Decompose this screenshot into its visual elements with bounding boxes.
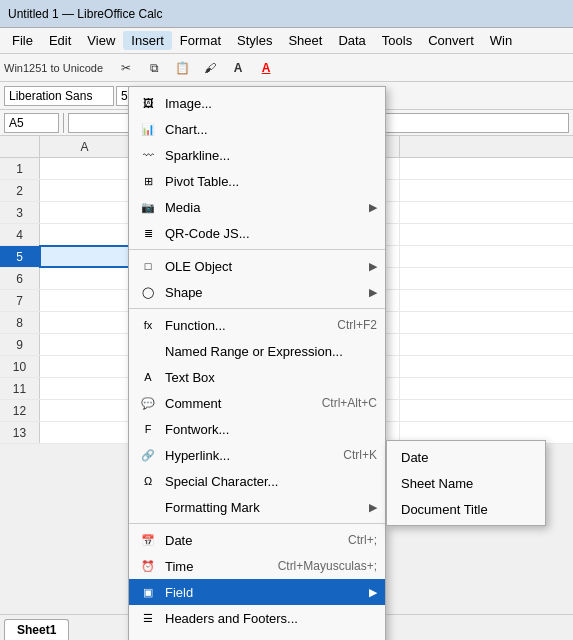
toolbar-bold[interactable]: A xyxy=(225,56,251,80)
row-number-10: 10 xyxy=(0,356,40,377)
toolbar-paint[interactable]: 🖌 xyxy=(197,56,223,80)
menu-item-special-char[interactable]: ΩSpecial Character... xyxy=(129,468,385,494)
function-icon: fx xyxy=(137,316,159,334)
row-number-6: 6 xyxy=(0,268,40,289)
menu-win[interactable]: Win xyxy=(482,31,520,50)
menu-item-media[interactable]: 📷Media▶ xyxy=(129,194,385,220)
menu-edit[interactable]: Edit xyxy=(41,31,79,50)
menu-item-headers[interactable]: ☰Headers and Footers... xyxy=(129,605,385,631)
menu-styles[interactable]: Styles xyxy=(229,31,280,50)
menu-item-label-formatting-mark: Formatting Mark xyxy=(165,500,369,515)
sheet-tab-1[interactable]: Sheet1 xyxy=(4,619,69,640)
menu-item-chart[interactable]: 📊Chart... xyxy=(129,116,385,142)
menu-item-qrcode[interactable]: ≣QR-Code JS... xyxy=(129,220,385,246)
cell-7-1[interactable] xyxy=(40,290,130,311)
row-number-4: 4 xyxy=(0,224,40,245)
menu-item-time[interactable]: ⏰TimeCtrl+Mayusculas+; xyxy=(129,553,385,579)
menu-item-ole[interactable]: □OLE Object▶ xyxy=(129,253,385,279)
cell-13-1[interactable] xyxy=(40,422,130,443)
comment-icon: 💬 xyxy=(137,394,159,412)
cell-10-1[interactable] xyxy=(40,356,130,377)
toolbar-paste[interactable]: 📋 xyxy=(169,56,195,80)
menu-tools[interactable]: Tools xyxy=(374,31,420,50)
cell-8-1[interactable] xyxy=(40,312,130,333)
chart-icon: 📊 xyxy=(137,120,159,138)
menu-convert[interactable]: Convert xyxy=(420,31,482,50)
col-header-a[interactable]: A xyxy=(40,136,130,157)
menu-view[interactable]: View xyxy=(79,31,123,50)
cell-1-1[interactable] xyxy=(40,158,130,179)
menu-item-label-form-control: Form Control xyxy=(165,637,369,641)
menu-item-sparkline[interactable]: 〰Sparkline... xyxy=(129,142,385,168)
time-icon: ⏰ xyxy=(137,557,159,575)
media-icon: 📷 xyxy=(137,198,159,216)
toolbar-cut[interactable]: ✂ xyxy=(113,56,139,80)
menu-item-textbox[interactable]: AText Box xyxy=(129,364,385,390)
menu-data[interactable]: Data xyxy=(330,31,373,50)
menu-item-function[interactable]: fxFunction...Ctrl+F2 xyxy=(129,312,385,338)
cell-2-1[interactable] xyxy=(40,180,130,201)
cell-4-1[interactable] xyxy=(40,224,130,245)
menu-file[interactable]: File xyxy=(4,31,41,50)
menu-separator xyxy=(129,308,385,309)
shape-icon: ◯ xyxy=(137,283,159,301)
menu-bar: File Edit View Insert Format Styles Shee… xyxy=(0,28,573,54)
menu-item-date[interactable]: 📅DateCtrl+; xyxy=(129,527,385,553)
menu-item-label-ole: OLE Object xyxy=(165,259,369,274)
submenu-item-field-date[interactable]: Date xyxy=(387,444,545,470)
submenu-arrow-ole: ▶ xyxy=(369,260,377,273)
menu-separator xyxy=(129,523,385,524)
menu-shortcut-function: Ctrl+F2 xyxy=(337,318,377,332)
toolbar-font-color[interactable]: A xyxy=(253,56,279,80)
row-number-5: 5 xyxy=(0,246,40,267)
cell-reference[interactable]: A5 xyxy=(4,113,59,133)
submenu-item-field-sheet-name[interactable]: Sheet Name xyxy=(387,470,545,496)
menu-sheet[interactable]: Sheet xyxy=(280,31,330,50)
menu-item-image[interactable]: 🖼Image... xyxy=(129,90,385,116)
menu-item-label-date: Date xyxy=(165,533,340,548)
menu-item-shape[interactable]: ◯Shape▶ xyxy=(129,279,385,305)
submenu-arrow-formatting-mark: ▶ xyxy=(369,501,377,514)
special-char-icon: Ω xyxy=(137,472,159,490)
menu-insert[interactable]: Insert xyxy=(123,31,172,50)
menu-item-hyperlink[interactable]: 🔗Hyperlink...Ctrl+K xyxy=(129,442,385,468)
named-range-icon xyxy=(137,342,159,360)
submenu-arrow-shape: ▶ xyxy=(369,286,377,299)
submenu-arrow-media: ▶ xyxy=(369,201,377,214)
menu-item-label-time: Time xyxy=(165,559,270,574)
headers-icon: ☰ xyxy=(137,609,159,627)
menu-item-pivot[interactable]: ⊞Pivot Table... xyxy=(129,168,385,194)
menu-item-field[interactable]: ▣Field▶ xyxy=(129,579,385,605)
cell-6-1[interactable] xyxy=(40,268,130,289)
menu-item-label-image: Image... xyxy=(165,96,377,111)
menu-item-form-control[interactable]: ⊠Form Control▶ xyxy=(129,631,385,640)
menu-item-label-qrcode: QR-Code JS... xyxy=(165,226,377,241)
menu-shortcut-comment: Ctrl+Alt+C xyxy=(322,396,377,410)
cell-9-1[interactable] xyxy=(40,334,130,355)
cell-5-1[interactable] xyxy=(40,246,130,267)
submenu-arrow-field: ▶ xyxy=(369,586,377,599)
font-name-input[interactable]: Liberation Sans xyxy=(4,86,114,106)
menu-format[interactable]: Format xyxy=(172,31,229,50)
menu-item-formatting-mark[interactable]: Formatting Mark▶ xyxy=(129,494,385,520)
menu-item-named-range[interactable]: Named Range or Expression... xyxy=(129,338,385,364)
menu-item-comment[interactable]: 💬CommentCtrl+Alt+C xyxy=(129,390,385,416)
menu-shortcut-date: Ctrl+; xyxy=(348,533,377,547)
menu-item-fontwork[interactable]: FFontwork... xyxy=(129,416,385,442)
row-number-3: 3 xyxy=(0,202,40,223)
toolbar-copy[interactable]: ⧉ xyxy=(141,56,167,80)
formatting-mark-icon xyxy=(137,498,159,516)
cell-12-1[interactable] xyxy=(40,400,130,421)
menu-item-label-sparkline: Sparkline... xyxy=(165,148,377,163)
fontwork-icon: F xyxy=(137,420,159,438)
cell-11-1[interactable] xyxy=(40,378,130,399)
qrcode-icon: ≣ xyxy=(137,224,159,242)
menu-item-label-field: Field xyxy=(165,585,369,600)
hyperlink-icon: 🔗 xyxy=(137,446,159,464)
cell-3-1[interactable] xyxy=(40,202,130,223)
insert-menu: 🖼Image...📊Chart...〰Sparkline...⊞Pivot Ta… xyxy=(128,86,386,640)
formula-divider xyxy=(63,113,64,133)
menu-item-label-hyperlink: Hyperlink... xyxy=(165,448,335,463)
menu-separator xyxy=(129,249,385,250)
submenu-item-field-doc-title[interactable]: Document Title xyxy=(387,496,545,522)
